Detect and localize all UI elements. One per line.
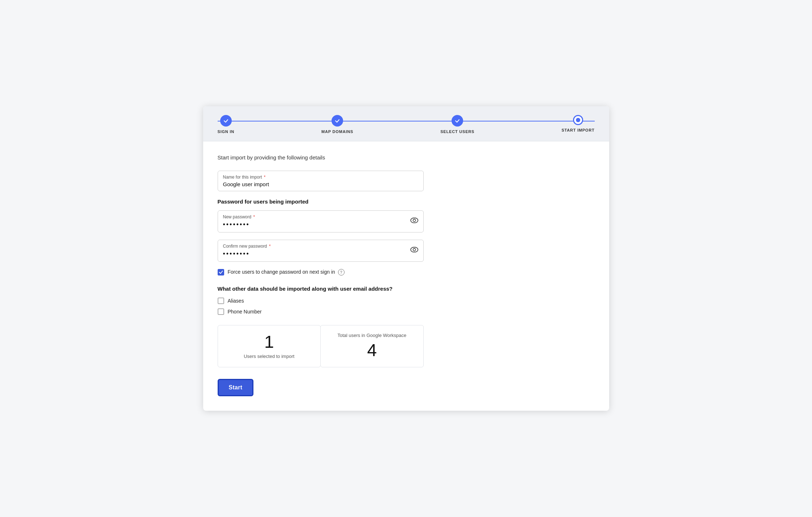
step-sign-in-label: SIGN IN xyxy=(218,129,235,134)
selected-users-count: 1 xyxy=(227,333,312,352)
step-select-users-circle xyxy=(452,115,463,127)
step-select-users: SELECT USERS xyxy=(440,115,474,134)
new-password-label: New password * xyxy=(223,214,418,219)
start-button[interactable]: Start xyxy=(218,379,254,396)
confirm-password-group: Confirm new password * •••••••• xyxy=(218,240,595,262)
phone-checkbox[interactable] xyxy=(218,308,224,315)
import-name-field[interactable]: Name for this import * Google user impor… xyxy=(218,171,424,191)
step-map-domains-circle xyxy=(332,115,343,127)
stepper-line xyxy=(218,121,595,121)
other-data-section: What other data should be imported along… xyxy=(218,286,595,315)
aliases-row: Aliases xyxy=(218,298,595,304)
intro-text: Start import by providing the following … xyxy=(218,154,595,161)
svg-point-0 xyxy=(411,218,418,223)
confirm-password-label: Confirm new password * xyxy=(223,244,418,249)
main-window: SIGN IN MAP DOMAINS SELECT USERS xyxy=(203,106,609,411)
step-start-import-circle xyxy=(573,115,583,125)
new-password-toggle-icon[interactable] xyxy=(410,218,418,225)
phone-label: Phone Number xyxy=(228,309,262,315)
phone-row: Phone Number xyxy=(218,308,595,315)
stepper: SIGN IN MAP DOMAINS SELECT USERS xyxy=(218,115,595,134)
stats-row: 1 Users selected to import Total users i… xyxy=(218,325,424,368)
step-sign-in-circle xyxy=(220,115,232,127)
step-sign-in: SIGN IN xyxy=(218,115,235,134)
total-users-card: Total users in Google Workspace 4 xyxy=(320,325,424,368)
import-name-required: * xyxy=(263,175,266,180)
force-change-checkbox[interactable] xyxy=(218,269,224,275)
step-start-import-label: START IMPORT xyxy=(561,128,594,132)
svg-point-1 xyxy=(413,219,415,222)
new-password-group: New password * •••••••• xyxy=(218,210,595,232)
new-password-field[interactable]: New password * •••••••• xyxy=(218,210,424,232)
confirm-password-toggle-icon[interactable] xyxy=(410,247,418,255)
step-map-domains-label: MAP DOMAINS xyxy=(321,129,353,134)
total-users-label: Total users in Google Workspace xyxy=(329,333,415,338)
aliases-label: Aliases xyxy=(228,298,244,304)
force-change-label: Force users to change password on next s… xyxy=(228,269,345,275)
step-start-import: START IMPORT xyxy=(561,115,594,132)
confirm-password-value[interactable]: •••••••• xyxy=(223,250,418,258)
step-select-users-label: SELECT USERS xyxy=(440,129,474,134)
step-map-domains: MAP DOMAINS xyxy=(321,115,353,134)
new-password-value[interactable]: •••••••• xyxy=(223,221,418,228)
import-name-label: Name for this import * xyxy=(223,175,418,180)
svg-point-2 xyxy=(411,247,418,252)
confirm-password-required: * xyxy=(268,244,271,249)
import-name-group: Name for this import * Google user impor… xyxy=(218,171,595,191)
other-data-heading: What other data should be imported along… xyxy=(218,286,595,292)
force-change-help-icon[interactable]: ? xyxy=(338,269,345,275)
main-content: Start import by providing the following … xyxy=(203,141,609,411)
stepper-bar: SIGN IN MAP DOMAINS SELECT USERS xyxy=(203,106,609,141)
total-users-count: 4 xyxy=(329,341,415,360)
selected-users-label: Users selected to import xyxy=(227,354,312,359)
aliases-checkbox[interactable] xyxy=(218,298,224,304)
password-section-heading: Password for users being imported xyxy=(218,198,595,205)
new-password-required: * xyxy=(252,214,255,219)
selected-users-card: 1 Users selected to import xyxy=(218,325,321,368)
svg-point-3 xyxy=(413,248,415,251)
confirm-password-field[interactable]: Confirm new password * •••••••• xyxy=(218,240,424,262)
force-change-row: Force users to change password on next s… xyxy=(218,269,595,275)
import-name-value[interactable]: Google user import xyxy=(223,181,418,187)
